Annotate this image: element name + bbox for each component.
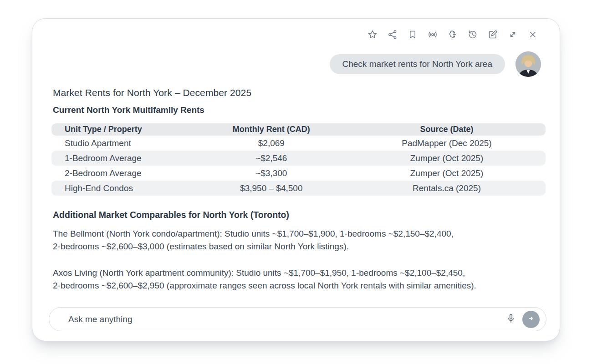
table-row: High-End Condos $3,950 – $4,500 Rentals.… [51, 181, 546, 196]
star-button[interactable] [367, 30, 378, 40]
mic-button[interactable] [505, 313, 517, 325]
expand-button[interactable] [507, 30, 518, 40]
bookmark-icon [407, 29, 418, 41]
user-avatar [515, 51, 541, 77]
ask-input[interactable] [67, 314, 505, 325]
expand-icon [507, 29, 518, 41]
star-icon [367, 29, 378, 41]
user-message-bubble: Check market rents for North York area [330, 54, 505, 74]
section-heading: Additional Market Comparables for North … [53, 210, 541, 220]
user-message-text: Check market rents for North York area [342, 59, 492, 69]
edit-icon [487, 29, 498, 41]
comparable-paragraph-bellmont: The Bellmont (North York condo/apartment… [53, 228, 541, 253]
cell-unit-type: High-End Condos [51, 183, 195, 193]
column-header-monthly-rent: Monthly Rent (CAD) [195, 125, 348, 134]
cell-monthly-rent: $3,950 – $4,500 [195, 183, 348, 193]
share-button[interactable] [387, 30, 398, 40]
cell-monthly-rent: $2,069 [195, 138, 348, 148]
microphone-icon [505, 313, 517, 326]
close-icon [527, 29, 538, 41]
cell-monthly-rent: ~$3,300 [195, 168, 348, 178]
edit-button[interactable] [487, 30, 498, 40]
broadcast-button[interactable] [427, 30, 438, 40]
cell-unit-type: 1-Bedroom Average [51, 153, 195, 163]
send-arrow-icon [526, 313, 536, 325]
cell-source: Zumper (Oct 2025) [348, 168, 546, 178]
rents-table: Unit Type / Property Monthly Rent (CAD) … [51, 123, 546, 196]
column-header-unit-type: Unit Type / Property [51, 125, 195, 134]
history-button[interactable] [467, 30, 478, 40]
assistant-card: Check market rents for North York area M… [32, 18, 560, 341]
cell-source: PadMapper (Dec 2025) [348, 138, 546, 148]
composer-bar [49, 307, 546, 331]
close-button[interactable] [527, 30, 538, 40]
cell-unit-type: Studio Apartment [51, 138, 195, 148]
page-title: Market Rents for North York – December 2… [53, 87, 541, 98]
column-header-source: Source (Date) [348, 125, 546, 134]
cell-unit-type: 2-Bedroom Average [51, 168, 195, 178]
cell-source: Rentals.ca (2025) [348, 183, 546, 193]
table-title: Current North York Multifamily Rents [53, 105, 541, 115]
user-message-row: Check market rents for North York area [53, 51, 541, 77]
comparable-paragraph-axos: Axos Living (North York apartment commun… [53, 267, 541, 292]
send-button[interactable] [522, 311, 540, 328]
cell-monthly-rent: ~$2,546 [195, 153, 348, 163]
share-icon [387, 29, 398, 41]
table-row: Studio Apartment $2,069 PadMapper (Dec 2… [51, 136, 546, 151]
broadcast-icon [427, 29, 438, 41]
history-icon [467, 29, 478, 41]
table-row: 2-Bedroom Average ~$3,300 Zumper (Oct 20… [51, 166, 546, 181]
bookmark-button[interactable] [407, 30, 418, 40]
table-header-row: Unit Type / Property Monthly Rent (CAD) … [51, 123, 546, 136]
cell-source: Zumper (Oct 2025) [348, 153, 546, 163]
toolbar [53, 29, 538, 41]
table-row: 1-Bedroom Average ~$2,546 Zumper (Oct 20… [51, 151, 546, 166]
ai-brain-button[interactable] [447, 30, 458, 40]
ai-brain-icon [447, 29, 458, 41]
